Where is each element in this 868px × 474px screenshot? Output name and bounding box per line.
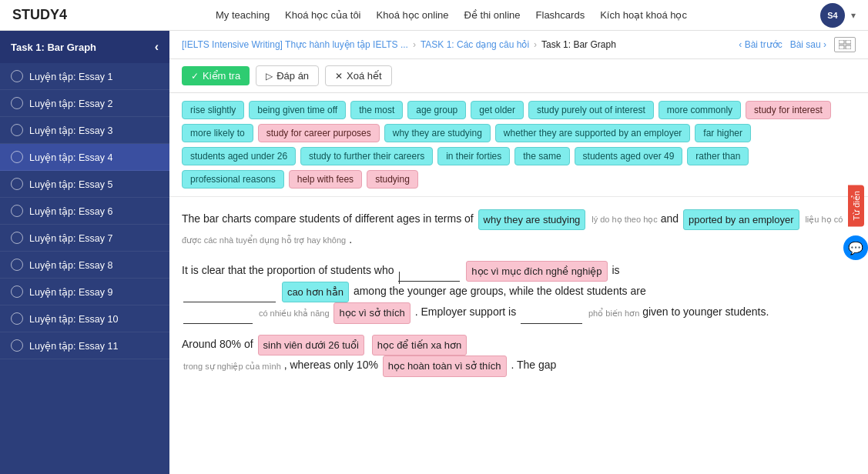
chip-in-their-forties[interactable]: in their forties	[437, 147, 510, 165]
para2-blank2[interactable]: học vì mục đích nghề nghiệp	[466, 261, 607, 282]
sidebar-item-essay7[interactable]: Luyện tập: Essay 7	[0, 225, 169, 252]
content-area: [IELTS Intensive Writing] Thực hành luyệ…	[169, 31, 868, 474]
nav-my-courses[interactable]: Khoá học của tôi	[285, 9, 360, 21]
navbar-chevron-icon[interactable]: ▾	[851, 10, 856, 21]
sidebar-item-label: Luyện tập: Essay 10	[29, 313, 118, 325]
svg-rect-3	[846, 45, 851, 49]
para2-text-given: given to younger students.	[642, 306, 769, 319]
sidebar-item-essay2[interactable]: Luyện tập: Essay 2	[0, 90, 169, 117]
answer-label: Đáp án	[276, 70, 309, 82]
navbar-links: My teaching Khoá học của tôi Khoá học on…	[101, 9, 802, 21]
para2-blank1[interactable]	[398, 268, 460, 282]
chip-why-studying[interactable]: why they are studying	[384, 124, 491, 142]
nav-activate[interactable]: Kích hoạt khoá học	[600, 9, 687, 21]
para2-blank3-empty[interactable]	[183, 289, 276, 302]
para2-blank6-vn: phổ biến hơn	[588, 309, 639, 318]
brand: STUDY4	[12, 7, 67, 23]
layout-toggle-button[interactable]	[834, 37, 856, 52]
chip-study-for-career[interactable]: study for career purposes	[258, 124, 380, 142]
essay9-icon	[11, 285, 23, 298]
answer-button[interactable]: ▷ Đáp án	[256, 65, 319, 86]
essay10-icon	[11, 312, 23, 325]
sidebar-item-label: Luyện tập: Essay 8	[29, 259, 112, 271]
nav-online-courses[interactable]: Khoá học online	[377, 9, 449, 21]
sidebar-item-label: Luyện tập: Essay 7	[29, 232, 112, 244]
nav-online-tests[interactable]: Đề thi online	[464, 9, 521, 21]
chip-the-same[interactable]: the same	[514, 147, 569, 165]
nav-my-teaching[interactable]: My teaching	[216, 9, 270, 21]
svg-rect-0	[839, 40, 844, 44]
chip-studying[interactable]: studying	[367, 170, 418, 189]
essay2-icon	[11, 97, 23, 109]
chip-whether-employer[interactable]: whether they are supported by an employe…	[495, 124, 690, 142]
para2-blank6-empty[interactable]	[521, 310, 582, 324]
para1-blank2[interactable]: pported by an employer	[683, 209, 799, 230]
para3-blank1[interactable]: sinh viên dưới 26 tuổi	[258, 335, 364, 356]
chip-being-given-time-off[interactable]: being given time off	[249, 101, 346, 119]
nav-flashcards[interactable]: Flashcards	[536, 9, 585, 21]
chip-rather-than[interactable]: rather than	[687, 147, 749, 165]
sidebar-item-essay5[interactable]: Luyện tập: Essay 5	[0, 171, 169, 198]
chip-the-most[interactable]: the most	[350, 101, 403, 119]
messenger-button[interactable]: 💬	[843, 235, 868, 260]
essay8-icon	[11, 259, 23, 271]
chip-far-higher[interactable]: far higher	[695, 124, 751, 142]
sidebar-item-essay6[interactable]: Luyện tập: Essay 6	[0, 198, 169, 225]
para2-blank3-filled[interactable]: cao hơn hẳn	[282, 282, 349, 302]
exercise-para3: Around 80% of sinh viên dưới 26 tuổi học…	[182, 335, 856, 377]
para3-text-before: Around 80% of	[182, 338, 256, 350]
breadcrumb-part2[interactable]: TASK 1: Các dạng câu hỏi	[421, 39, 529, 50]
para2-blank5[interactable]: học vì sở thích	[333, 302, 410, 323]
para1-blank1[interactable]: why they are studying	[478, 209, 586, 230]
chip-rise-slightly[interactable]: rise slightly	[182, 101, 244, 119]
chip-help-with-fees[interactable]: help with fees	[289, 170, 362, 189]
breadcrumb-part1[interactable]: [IELTS Intensive Writing] Thực hành luyệ…	[182, 39, 408, 50]
chip-more-commonly[interactable]: more commonly	[659, 101, 741, 119]
next-button[interactable]: Bài sau ›	[790, 39, 826, 50]
breadcrumb-sep2: ›	[534, 39, 537, 50]
sidebar-title: Task 1: Bar Graph	[11, 42, 96, 53]
para2-text-before: It is clear that the proportion of stude…	[182, 264, 397, 276]
navbar: STUDY4 My teaching Khoá học của tôi Khoá…	[0, 0, 868, 31]
sidebar-item-label: Luyện tập: Essay 5	[29, 179, 112, 190]
sidebar-item-essay3[interactable]: Luyện tập: Essay 3	[0, 117, 169, 144]
para3-blank4[interactable]: học hoàn toàn vì sở thích	[383, 356, 507, 376]
avatar[interactable]: S4	[820, 3, 845, 28]
para2-blank4-vn: có nhiều khả năng	[259, 309, 330, 318]
para2-blank4-empty[interactable]	[183, 310, 253, 324]
sidebar-item-label: Luyện tập: Essay 9	[29, 286, 112, 298]
chip-students-over49[interactable]: students aged over 49	[575, 147, 683, 165]
chip-more-likely[interactable]: more likely to	[182, 124, 253, 142]
sidebar-item-label: Luyện tập: Essay 4	[29, 152, 112, 163]
sidebar-item-essay8[interactable]: Luyện tập: Essay 8	[0, 252, 169, 279]
breadcrumb: [IELTS Intensive Writing] Thực hành luyệ…	[169, 31, 868, 59]
chip-study-further[interactable]: study to further their careers	[300, 147, 433, 165]
sidebar-collapse-icon[interactable]: ‹	[155, 40, 159, 54]
para3-blank2[interactable]: học để tiến xa hơn	[372, 335, 467, 356]
check-label: Kiểm tra	[203, 70, 240, 82]
chip-study-for-interest[interactable]: study for interest	[746, 101, 831, 119]
sidebar-item-essay10[interactable]: Luyện tập: Essay 10	[0, 305, 169, 332]
sidebar-header: Task 1: Bar Graph ‹	[0, 31, 169, 63]
para3-blank3-vn: trong sự nghiệp của mình	[183, 362, 281, 371]
sidebar-item-essay11[interactable]: Luyện tập: Essay 11	[0, 332, 169, 359]
sidebar-item-essay4[interactable]: Luyện tập: Essay 4	[0, 144, 169, 171]
clear-button[interactable]: ✕ Xoá hết	[325, 65, 392, 86]
sidebar-item-essay1[interactable]: Luyện tập: Essay 1	[0, 63, 169, 90]
sidebar-item-essay9[interactable]: Luyện tập: Essay 9	[0, 279, 169, 305]
chip-students-under26[interactable]: students aged under 26	[182, 147, 296, 165]
para2-text-among: among the younger age groups, while the …	[354, 285, 646, 297]
chip-study-purely[interactable]: study purely out of interest	[528, 101, 654, 119]
sidebar-item-label: Luyện tập: Essay 3	[29, 125, 112, 136]
messenger-icon: 💬	[848, 241, 863, 255]
chip-professional-reasons[interactable]: professional reasons	[182, 170, 284, 189]
sidebar-item-label: Luyện tập: Essay 1	[29, 71, 112, 82]
check-button[interactable]: ✓ Kiểm tra	[182, 66, 250, 85]
answer-icon: ▷	[266, 71, 273, 82]
chip-get-older[interactable]: get older	[471, 101, 524, 119]
dictionary-panel[interactable]: Từ điển	[848, 185, 864, 226]
para2-text-employer: . Employer support is	[415, 306, 519, 319]
chip-age-group[interactable]: age group	[407, 101, 466, 119]
prev-button[interactable]: ‹ Bài trước	[739, 39, 782, 50]
essay4-icon	[11, 151, 23, 163]
